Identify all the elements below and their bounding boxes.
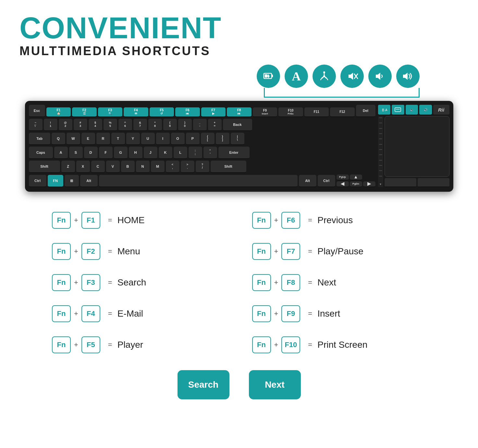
shortcut-fn-f10: Fn + F10 = Print Screen	[239, 329, 439, 360]
lalt-key[interactable]: Alt	[80, 175, 98, 187]
n-key[interactable]: N	[136, 161, 150, 173]
touchpad-right-btn[interactable]	[418, 178, 449, 187]
7-key[interactable]: &7	[133, 119, 147, 131]
right-key[interactable]: ▶	[363, 181, 375, 187]
icon-row: A	[257, 65, 420, 88]
p-key[interactable]: P	[186, 133, 200, 145]
pgup-key[interactable]: PgUp	[337, 175, 349, 180]
9-key[interactable]: (9	[163, 119, 177, 131]
vol-down-right-key[interactable]: 🔉	[406, 105, 418, 115]
a-key[interactable]: A	[54, 147, 68, 159]
left-key[interactable]: ◀	[337, 181, 349, 187]
f11-key[interactable]: F11	[304, 107, 329, 117]
ralt-key[interactable]: Alt	[299, 175, 316, 187]
search-button[interactable]: Search	[178, 370, 229, 399]
backspace-key[interactable]: Back	[223, 119, 252, 131]
f1-key[interactable]: F1🏠	[46, 107, 71, 117]
rshift-key[interactable]: Shift	[211, 161, 246, 173]
vol-up-right-key[interactable]: 🔊	[419, 105, 432, 115]
x-key[interactable]: X	[76, 161, 90, 173]
u-key[interactable]: U	[141, 133, 155, 145]
5-key[interactable]: %5	[104, 119, 117, 131]
plus-2: +	[74, 247, 78, 256]
q-key[interactable]: Q	[52, 133, 65, 145]
lbracket-key[interactable]: {[	[201, 133, 214, 145]
header: CONVENIENT MULTTIMEDIA SHORTCUTS	[19, 13, 459, 58]
f3-key[interactable]: F3🔍	[98, 107, 123, 117]
f6-key[interactable]: F6⏮	[175, 107, 200, 117]
2-key[interactable]: @2	[59, 119, 72, 131]
j-key[interactable]: J	[144, 147, 157, 159]
f5-key[interactable]: F5↺	[150, 107, 174, 117]
svg-text:B A ψ: B A ψ	[382, 108, 387, 112]
keyboard-switch-key[interactable]	[392, 105, 404, 115]
rbracket-key[interactable]: }]	[216, 133, 229, 145]
enter-key[interactable]: Enter	[218, 147, 250, 159]
4-key[interactable]: $4	[89, 119, 102, 131]
s-key[interactable]: S	[69, 147, 83, 159]
space-key[interactable]	[99, 175, 298, 187]
i-key[interactable]: I	[156, 133, 170, 145]
w-key[interactable]: W	[67, 133, 80, 145]
f12-key[interactable]: F12	[330, 107, 355, 117]
f7-key-label: F7	[281, 243, 300, 260]
rctrl-key[interactable]: Ctrl	[318, 175, 335, 187]
up-key[interactable]: ▲	[350, 175, 362, 180]
z-key[interactable]: Z	[61, 161, 75, 173]
esc-key[interactable]: Esc	[29, 105, 45, 117]
scroll-bar[interactable]: ▾	[378, 116, 383, 187]
1-key[interactable]: !1	[44, 119, 57, 131]
m-key[interactable]: M	[151, 161, 165, 173]
caps-key[interactable]: Caps	[29, 147, 53, 159]
tilde-key[interactable]: ~\`	[29, 119, 43, 131]
b-key[interactable]: B	[121, 161, 135, 173]
f8-key[interactable]: F8⏭	[227, 107, 251, 117]
f9-key[interactable]: F9Insert	[253, 107, 277, 117]
f8-key-label: F8	[281, 274, 300, 291]
o-key[interactable]: O	[171, 133, 185, 145]
plus-5: +	[74, 341, 78, 349]
equals-key[interactable]: +=	[208, 119, 222, 131]
d-key[interactable]: D	[84, 147, 98, 159]
period-key[interactable]: >.	[181, 161, 194, 173]
tab-key[interactable]: Tab	[29, 133, 50, 145]
pgdn-key[interactable]: PgDn	[350, 181, 362, 187]
h-key[interactable]: H	[129, 147, 142, 159]
fn-key[interactable]: FN	[48, 175, 63, 187]
t-key[interactable]: T	[111, 133, 125, 145]
f7-key[interactable]: F7▶	[201, 107, 226, 117]
c-key[interactable]: C	[91, 161, 105, 173]
win-key[interactable]: ⊞	[65, 175, 79, 187]
shortcut-f2-label: Menu	[117, 246, 140, 257]
touchpad[interactable]	[385, 116, 449, 177]
y-key[interactable]: Y	[126, 133, 140, 145]
0-key[interactable]: )0	[178, 119, 192, 131]
next-button[interactable]: Next	[249, 370, 301, 399]
lshift-key[interactable]: Shift	[29, 161, 60, 173]
3-key[interactable]: #3	[74, 119, 87, 131]
r-key[interactable]: R	[96, 133, 110, 145]
backslash-key[interactable]: |\	[231, 133, 244, 145]
g-key[interactable]: G	[114, 147, 128, 159]
touchpad-left-btn[interactable]	[385, 178, 416, 187]
lctrl-key[interactable]: Ctrl	[29, 175, 46, 187]
semicolon-key[interactable]: :;	[189, 147, 202, 159]
shortcut-f6-label: Previous	[317, 215, 353, 225]
del-key[interactable]: Del	[356, 105, 375, 117]
8-key[interactable]: *8	[148, 119, 162, 131]
minus-key[interactable]: _-	[193, 119, 207, 131]
v-key[interactable]: V	[106, 161, 120, 173]
quote-key[interactable]: "'	[203, 147, 217, 159]
vol-up-icon	[396, 65, 420, 88]
l-key[interactable]: L	[174, 147, 187, 159]
e-key[interactable]: E	[81, 133, 95, 145]
comma-key[interactable]: <,	[166, 161, 179, 173]
slash-key[interactable]: ?/	[196, 161, 209, 173]
f10-key[interactable]: F10PrtSc	[278, 107, 303, 117]
fn-key-label-3: Fn	[52, 274, 71, 291]
f4-key[interactable]: F4✉	[124, 107, 148, 117]
f2-key[interactable]: F2☰	[72, 107, 97, 117]
f-key[interactable]: F	[99, 147, 113, 159]
6-key[interactable]: ^6	[118, 119, 132, 131]
k-key[interactable]: K	[159, 147, 172, 159]
